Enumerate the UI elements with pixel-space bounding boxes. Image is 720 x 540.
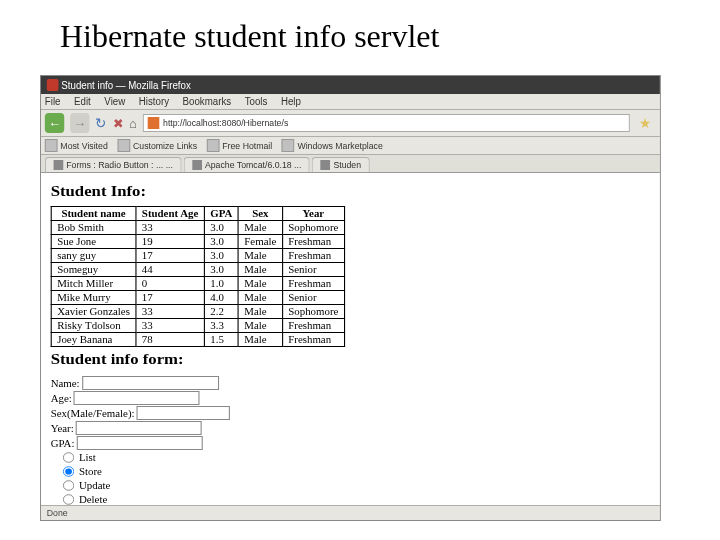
tab-icon: [54, 160, 64, 170]
window-titlebar: Student info — Mozilla Firefox: [41, 76, 660, 94]
table-cell: Sophomore: [282, 221, 344, 235]
table-cell: Male: [238, 333, 282, 347]
tab-icon: [192, 160, 202, 170]
table-cell: Mike Murry: [51, 291, 136, 305]
window-title-text: Student info — Mozilla Firefox: [61, 80, 190, 91]
page-content: Student Info: Student name Student Age G…: [41, 173, 660, 505]
table-row: Sue Jone193.0FemaleFreshman: [51, 235, 344, 249]
menu-view[interactable]: View: [104, 96, 125, 107]
table-cell: 2.2: [204, 305, 238, 319]
table-cell: 33: [136, 221, 204, 235]
col-age: Student Age: [136, 207, 204, 221]
table-cell: 44: [136, 263, 204, 277]
table-cell: Male: [238, 305, 282, 319]
table-cell: 78: [136, 333, 204, 347]
page-icon: [207, 139, 220, 152]
name-input[interactable]: [82, 376, 219, 390]
home-button[interactable]: ⌂: [129, 116, 137, 131]
table-cell: 3.0: [204, 235, 238, 249]
table-cell: Male: [238, 249, 282, 263]
table-cell: Male: [238, 319, 282, 333]
table-cell: 17: [136, 249, 204, 263]
favicon-icon: [148, 117, 160, 129]
table-cell: 19: [136, 235, 204, 249]
page-icon: [282, 139, 295, 152]
table-cell: Female: [238, 235, 282, 249]
menu-history[interactable]: History: [139, 96, 169, 107]
radio-label: Update: [79, 480, 110, 491]
label-age: Age:: [51, 393, 72, 404]
table-header-row: Student name Student Age GPA Sex Year: [51, 207, 344, 221]
menu-help[interactable]: Help: [281, 96, 301, 107]
table-row: Xavier Gonzales332.2MaleSophomore: [51, 305, 344, 319]
table-row: Someguy443.0MaleSenior: [51, 263, 344, 277]
label-year: Year:: [51, 423, 74, 434]
radio-list[interactable]: [63, 452, 74, 462]
sex-input[interactable]: [137, 406, 230, 420]
stop-button[interactable]: ✖: [113, 116, 124, 131]
table-row: Risky Tdolson333.3MaleFreshman: [51, 319, 344, 333]
menubar: File Edit View History Bookmarks Tools H…: [41, 94, 660, 110]
radio-store[interactable]: [63, 466, 74, 476]
table-cell: Sue Jone: [51, 235, 136, 249]
tab-tomcat[interactable]: Apache Tomcat/6.0.18 ...: [184, 157, 310, 172]
table-row: sany guy173.0MaleFreshman: [51, 249, 344, 263]
address-bar[interactable]: http://localhost:8080/Hibernate/s: [143, 114, 630, 132]
label-gpa: GPA:: [51, 438, 75, 449]
table-cell: Sophomore: [282, 305, 344, 319]
bookmark-customize-links[interactable]: Customize Links: [117, 139, 197, 152]
radio-label: List: [79, 452, 96, 463]
reload-button[interactable]: ↻: [95, 115, 107, 131]
year-input[interactable]: [76, 421, 202, 435]
menu-bookmarks[interactable]: Bookmarks: [183, 96, 232, 107]
col-sex: Sex: [238, 207, 282, 221]
menu-tools[interactable]: Tools: [245, 96, 268, 107]
label-name: Name:: [51, 378, 80, 389]
bookmarks-toolbar: Most Visited Customize Links Free Hotmai…: [41, 137, 660, 155]
col-gpa: GPA: [204, 207, 238, 221]
bookmark-free-hotmail[interactable]: Free Hotmail: [207, 139, 272, 152]
bookmark-star-icon[interactable]: ★: [636, 115, 656, 131]
forward-button[interactable]: →: [70, 113, 89, 133]
table-cell: 1.0: [204, 277, 238, 291]
menu-edit[interactable]: Edit: [74, 96, 91, 107]
action-radio-group: ListStoreUpdateDelete: [51, 451, 660, 505]
table-row: Bob Smith333.0MaleSophomore: [51, 221, 344, 235]
nav-toolbar: ← → ↻ ✖ ⌂ http://localhost:8080/Hibernat…: [41, 110, 660, 137]
bookmark-most-visited[interactable]: Most Visited: [45, 139, 108, 152]
radio-row: Update: [62, 479, 660, 492]
browser-window: Student info — Mozilla Firefox File Edit…: [40, 75, 661, 521]
tab-student[interactable]: Studen: [312, 157, 370, 172]
table-cell: 17: [136, 291, 204, 305]
menu-file[interactable]: File: [45, 96, 61, 107]
tab-forms[interactable]: Forms : Radio Button : ... ...: [45, 157, 182, 172]
table-cell: 3.0: [204, 221, 238, 235]
page-heading-form: Student info form:: [51, 351, 660, 368]
radio-row: Delete: [62, 493, 660, 505]
table-cell: Risky Tdolson: [51, 319, 136, 333]
table-cell: Male: [238, 263, 282, 277]
age-input[interactable]: [74, 391, 200, 405]
table-cell: Senior: [282, 263, 344, 277]
table-cell: sany guy: [51, 249, 136, 263]
bookmark-windows-marketplace[interactable]: Windows Marketplace: [282, 139, 383, 152]
back-button[interactable]: ←: [45, 113, 64, 133]
table-cell: Freshman: [282, 277, 344, 291]
radio-update[interactable]: [63, 480, 74, 490]
tab-icon: [321, 160, 331, 170]
app-icon: [47, 79, 59, 91]
table-cell: Freshman: [282, 333, 344, 347]
table-cell: Mitch Miller: [51, 277, 136, 291]
students-table: Student name Student Age GPA Sex Year Bo…: [51, 206, 345, 347]
radio-label: Store: [79, 466, 102, 477]
table-cell: 1.5: [204, 333, 238, 347]
table-cell: Freshman: [282, 235, 344, 249]
page-heading-info: Student Info:: [51, 183, 660, 200]
table-row: Mitch Miller01.0MaleFreshman: [51, 277, 344, 291]
table-cell: 3.0: [204, 263, 238, 277]
radio-delete[interactable]: [63, 494, 74, 504]
table-cell: Male: [238, 221, 282, 235]
label-sex: Sex(Male/Female):: [51, 408, 135, 419]
gpa-input[interactable]: [77, 436, 203, 450]
radio-row: Store: [62, 465, 660, 478]
